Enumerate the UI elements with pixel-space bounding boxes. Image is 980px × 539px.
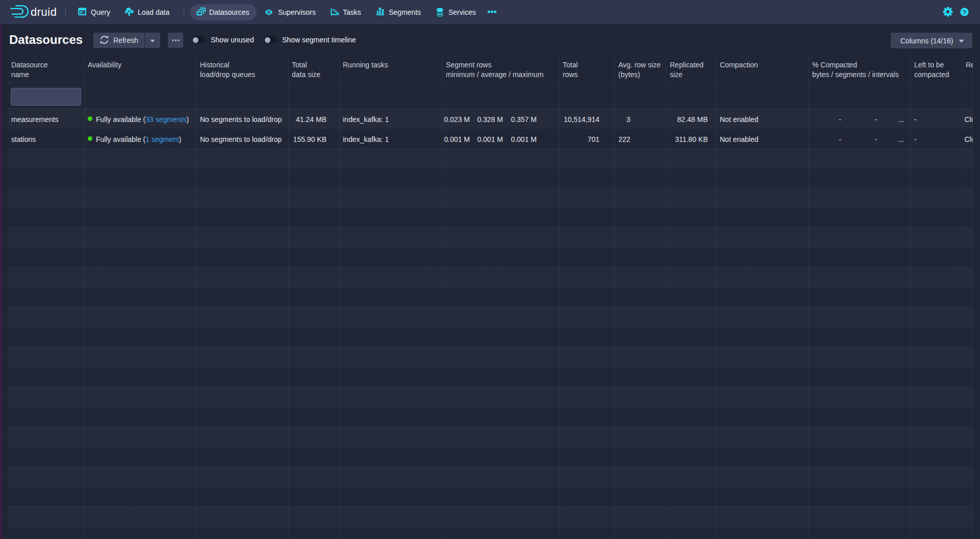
svg-text:?: ?: [963, 9, 966, 15]
